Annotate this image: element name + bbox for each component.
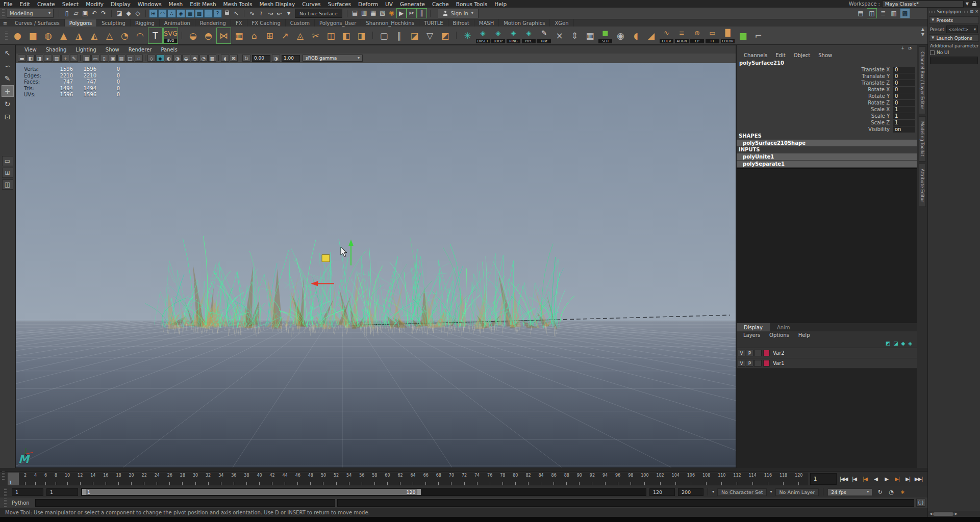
timeline-tick[interactable]: 76 [487, 473, 492, 485]
time-slider[interactable]: 1 24681012141618202224262830323436384042… [0, 471, 927, 486]
menu-edit[interactable]: Edit [16, 1, 34, 7]
timeline-tick[interactable]: 32 [206, 473, 211, 485]
menu-help[interactable]: Help [491, 1, 510, 7]
chevron-down-icon[interactable]: ▾ [712, 490, 714, 494]
attribute-value-field[interactable]: 1 [893, 120, 915, 126]
view-transform-select[interactable]: sRGB gamma ▾ [303, 55, 363, 62]
animation-start-field[interactable]: 1 [12, 488, 43, 496]
menu-mesh-display[interactable]: Mesh Display [256, 1, 298, 7]
timeline-tick[interactable]: 44 [283, 473, 288, 485]
motion-blur-icon[interactable]: ◔ [199, 55, 208, 62]
speed-icon[interactable]: ◔ [908, 46, 912, 50]
crease-frame-icon[interactable]: ▽ [422, 28, 437, 44]
snap-together-icon[interactable]: ≣ [204, 9, 213, 18]
menu-modify[interactable]: Modify [82, 1, 107, 7]
go-to-start-button[interactable]: |◀◀ [839, 474, 848, 484]
menu-cache[interactable]: Cache [429, 1, 453, 7]
layout-single-pane-icon[interactable]: ▭ [2, 156, 13, 166]
timeline-tick[interactable]: 68 [436, 473, 441, 485]
additional-parameters-field[interactable] [930, 57, 978, 64]
viewport-bar-icon[interactable]: ▬ [18, 55, 26, 62]
wireframe-icon[interactable]: ◇ [147, 55, 156, 62]
shelf-tab-mash[interactable]: MASH [474, 19, 499, 27]
timeline-tick[interactable]: 114 [749, 473, 757, 485]
bridge-icon[interactable]: ◫ [323, 28, 338, 44]
menu-display[interactable]: Display [107, 1, 134, 7]
loop-icon[interactable]: ◈LOOP [491, 28, 506, 44]
menu-set-select[interactable]: Modeling ▾ [7, 9, 54, 18]
step-back-key-button[interactable]: |◀ [860, 474, 870, 484]
shelf-grip[interactable] [5, 32, 8, 40]
channel-box-menu-edit[interactable]: Edit [771, 53, 789, 58]
shadows-icon[interactable]: ◒ [182, 55, 190, 62]
fold-corner-icon[interactable]: ◢ [644, 28, 659, 44]
timeline-tick[interactable]: 88 [564, 473, 569, 485]
timeline-tick[interactable]: 18 [116, 473, 121, 485]
status-line-grip[interactable] [2, 9, 5, 17]
current-frame-field[interactable]: 1 [810, 473, 837, 485]
preset-select[interactable]: <select> ▾ [946, 25, 978, 33]
output-connections-icon[interactable]: ≀ [257, 9, 266, 18]
timeline-tick[interactable]: 84 [538, 473, 543, 485]
scale-tool-icon[interactable]: ⊡ [2, 111, 14, 122]
timeline-tick[interactable]: 80 [513, 473, 518, 485]
menu-windows[interactable]: Windows [134, 1, 165, 7]
timeline-tick[interactable]: 62 [397, 473, 403, 485]
curve-icon[interactable]: ∿CUEV [659, 28, 674, 44]
grid-toggle-icon[interactable]: ▦ [83, 55, 91, 62]
multi-cut-icon[interactable]: ✂ [308, 28, 323, 44]
viewport-menu-shading[interactable]: Shading [41, 47, 71, 53]
timeline-tick[interactable]: 108 [702, 473, 710, 485]
shelf-tab-rendering[interactable]: Rendering [195, 19, 231, 27]
playback-end-field[interactable]: 120 [649, 488, 675, 496]
color-icon[interactable]: █COLOR [720, 28, 735, 44]
ladder-icon[interactable]: ∥ [392, 28, 407, 44]
selected-object-name[interactable]: polySurface210 [737, 59, 917, 66]
layout-four-pane-icon[interactable]: ⊞ [2, 168, 13, 178]
live-surface-field[interactable]: No Live Surface [295, 9, 342, 18]
layer-display-type-toggle[interactable] [754, 350, 762, 356]
timeline-tick[interactable]: 10 [65, 473, 70, 485]
poly-torus-icon[interactable]: ◠ [133, 28, 147, 44]
menu-mesh-tools[interactable]: Mesh Tools [220, 1, 256, 7]
current-frame-marker[interactable]: 1 [8, 473, 19, 485]
history-toggle-icon[interactable]: ↜ [275, 9, 284, 18]
attribute-value-field[interactable]: 0 [893, 100, 915, 106]
timeline-tick[interactable]: 116 [764, 473, 772, 485]
layer-name[interactable]: Var1 [770, 360, 785, 366]
exposure-field[interactable]: 0.00 [252, 55, 270, 62]
attribute-value-field[interactable]: 0 [893, 93, 915, 99]
layer-menu-help[interactable]: Help [794, 332, 815, 338]
shelf-tab-curves-surfaces[interactable]: Curves / Surfaces [10, 19, 65, 27]
layer-playback-toggle[interactable]: P [746, 350, 753, 356]
attribute-editor-toggle-icon[interactable]: ▥ [889, 9, 898, 18]
layer-color-swatch[interactable] [763, 360, 770, 367]
poly-prism-icon[interactable]: ◭ [87, 28, 102, 44]
launch-options-section-header[interactable]: ▼ Launch Options [929, 34, 979, 42]
move-layer-down-icon[interactable]: ◪ [893, 341, 898, 346]
timeline-tick[interactable]: 86 [551, 473, 557, 485]
timeline-tick[interactable]: 66 [423, 473, 429, 485]
ft-icon[interactable]: ▭FT [705, 28, 720, 44]
timeline-tick[interactable]: 120 [795, 473, 802, 485]
ipr-render-icon[interactable]: ▦ [369, 8, 378, 17]
timeline-tick[interactable]: 34 [218, 473, 223, 485]
timeline-tick[interactable]: 54 [346, 473, 351, 485]
attribute-value-field[interactable]: 0 [893, 67, 915, 73]
step-forward-frame-button[interactable]: ▶| [903, 474, 913, 484]
scroll-left-icon[interactable]: ◀ [929, 512, 932, 516]
layer-row[interactable]: VPVar1 [737, 358, 917, 369]
timeline-tick[interactable]: 104 [672, 473, 680, 485]
shelf-tab-fx[interactable]: FX [231, 19, 247, 27]
presets-section-header[interactable]: ▼ Presets [929, 16, 979, 24]
pan-zoom-icon[interactable]: + [61, 55, 69, 62]
poly-cone-icon[interactable]: ▲ [56, 28, 71, 44]
timeline-tick[interactable]: 56 [359, 473, 364, 485]
poly-cube-icon[interactable]: ■ [26, 28, 40, 44]
eye-icon[interactable]: ◉ [613, 28, 628, 44]
move-tool-icon[interactable]: + [2, 85, 14, 97]
sign-in-button[interactable]: Sign In ▾ [438, 9, 479, 18]
timeline-tick[interactable]: 16 [103, 473, 108, 485]
redo-icon[interactable]: ↷ [99, 9, 108, 18]
layer-editor-tab-anim[interactable]: Anim [770, 323, 797, 331]
